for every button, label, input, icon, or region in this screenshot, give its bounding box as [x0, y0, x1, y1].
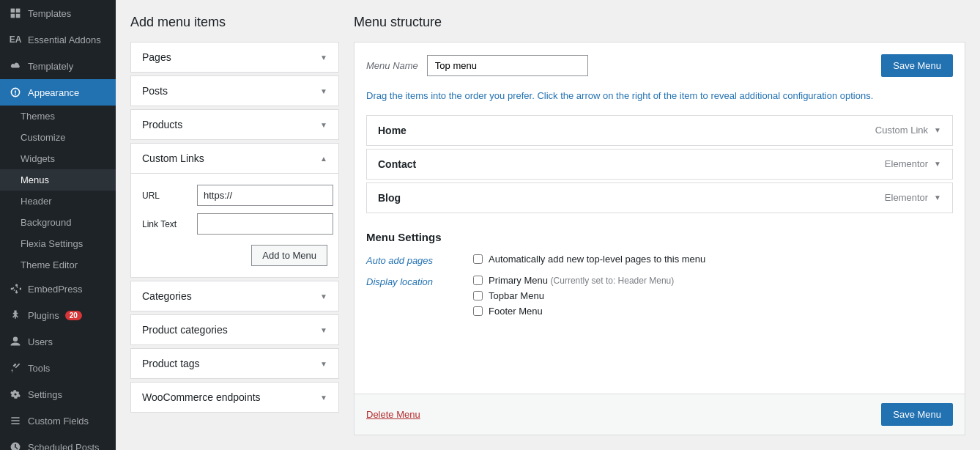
menu-item-blog: Blog Elementor ▼: [366, 182, 953, 213]
sidebar-item-plugins[interactable]: Plugins 20: [0, 302, 116, 328]
accordion-categories-header[interactable]: Categories ▼: [131, 281, 338, 311]
settings-icon: [9, 388, 22, 401]
sidebar-item-templates[interactable]: Templates: [0, 0, 116, 26]
accordion-label: Products: [142, 119, 182, 130]
accordion-products-header[interactable]: Products ▼: [131, 110, 338, 139]
accordion-label: Categories: [142, 290, 192, 302]
add-to-menu-button[interactable]: Add to Menu: [251, 245, 327, 266]
subitem-label: Header: [21, 196, 52, 207]
sidebar-sub-flexia[interactable]: Flexia Settings: [0, 233, 116, 254]
sidebar-item-label: EmbedPress: [28, 284, 82, 295]
accordion-pages: Pages ▼: [130, 42, 339, 73]
topbar-menu-label: Topbar Menu: [489, 290, 544, 301]
chevron-down-icon: ▼: [320, 360, 327, 368]
accordion-products: Products ▼: [130, 109, 339, 140]
users-icon: [9, 335, 22, 348]
primary-menu-row: Primary Menu (Currently set to: Header M…: [473, 275, 674, 286]
chevron-down-icon: ▼: [320, 292, 327, 300]
chevron-down-icon[interactable]: ▼: [934, 193, 941, 202]
footer-bar: Delete Menu Save Menu: [354, 394, 965, 435]
footer-menu-checkbox[interactable]: [473, 306, 483, 316]
menu-item-name: Blog: [378, 192, 401, 204]
accordion-custom-links: Custom Links ▲ URL Link Text Add to Menu: [130, 143, 339, 278]
accordion-product-tags-header[interactable]: Product tags ▼: [131, 349, 338, 378]
accordion-label: Custom Links: [142, 152, 204, 164]
auto-add-content: Automatically add new top-level pages to…: [473, 254, 705, 265]
sidebar-item-label: Tools: [28, 363, 50, 374]
sidebar-item-appearance[interactable]: Appearance: [0, 79, 116, 106]
sidebar-item-essential-addons[interactable]: EA Essential Addons: [0, 26, 116, 53]
sidebar-sub-header[interactable]: Header: [0, 191, 116, 212]
subitem-label: Customize: [21, 132, 65, 143]
url-label: URL: [142, 191, 190, 201]
instruction-text: Drag the items into the order you prefer…: [366, 89, 953, 103]
menu-item-home: Home Custom Link ▼: [366, 115, 953, 146]
sidebar-item-users[interactable]: Users: [0, 328, 116, 355]
chevron-up-icon: ▲: [320, 155, 327, 163]
location-options: Primary Menu (Currently set to: Header M…: [473, 275, 674, 317]
sidebar-item-custom-fields[interactable]: Custom Fields: [0, 407, 116, 434]
url-row: URL: [142, 185, 327, 206]
accordion-categories: Categories ▼: [130, 281, 339, 311]
clock-icon: [9, 440, 22, 450]
sidebar-sub-background[interactable]: Background: [0, 212, 116, 233]
sidebar-sub-customize[interactable]: Customize: [0, 127, 116, 148]
accordion-product-categories-header[interactable]: Product categories ▼: [131, 315, 338, 344]
topbar-menu-row: Topbar Menu: [473, 290, 674, 301]
accordion-pages-header[interactable]: Pages ▼: [131, 43, 338, 72]
accordion-product-tags: Product tags ▼: [130, 348, 339, 379]
chevron-down-icon: ▼: [320, 54, 327, 62]
menu-item-type-area: Elementor ▼: [885, 192, 941, 203]
save-menu-button-top[interactable]: Save Menu: [881, 54, 953, 77]
menu-item-type: Custom Link: [875, 125, 928, 136]
menu-name-input[interactable]: [427, 55, 588, 76]
accordion-label: Pages: [142, 51, 171, 63]
sidebar-item-tools[interactable]: Tools: [0, 355, 116, 381]
sidebar-sub-widgets[interactable]: Widgets: [0, 148, 116, 169]
tools-icon: [9, 361, 22, 375]
primary-menu-checkbox[interactable]: [473, 276, 483, 285]
sidebar-item-settings[interactable]: Settings: [0, 381, 116, 407]
link-text-row: Link Text: [142, 213, 327, 235]
svg-rect-1: [16, 9, 21, 13]
save-menu-button-bottom[interactable]: Save Menu: [881, 403, 953, 426]
menu-name-row: Menu Name Save Menu: [366, 54, 953, 77]
sidebar-item-scheduled-posts[interactable]: Scheduled Posts: [0, 434, 116, 450]
chevron-down-icon[interactable]: ▼: [934, 126, 941, 134]
topbar-menu-checkbox[interactable]: [473, 291, 483, 300]
sidebar-item-embedpress[interactable]: EmbedPress: [0, 276, 116, 302]
accordion-posts-header[interactable]: Posts ▼: [131, 76, 338, 106]
display-location-row: Display location Primary Menu (Currently…: [366, 275, 953, 317]
sidebar-item-templately[interactable]: Templately: [0, 53, 116, 79]
auto-add-checkbox-label: Automatically add new top-level pages to…: [489, 254, 705, 265]
subitem-label: Theme Editor: [21, 259, 78, 270]
link-text-label: Link Text: [142, 219, 190, 229]
link-text-input[interactable]: [197, 213, 333, 235]
svg-rect-0: [11, 9, 15, 13]
sidebar-item-label: Essential Addons: [28, 34, 101, 45]
embed-icon: [9, 282, 22, 295]
sidebar-sub-theme-editor[interactable]: Theme Editor: [0, 254, 116, 276]
accordion-woo-endpoints-header[interactable]: WooCommerce endpoints ▼: [131, 383, 338, 412]
sidebar-sub-menus[interactable]: Menus: [0, 169, 116, 191]
sidebar: Templates EA Essential Addons Templately…: [0, 0, 116, 450]
auto-add-checkbox[interactable]: [473, 254, 483, 264]
plugin-icon: [9, 309, 22, 322]
chevron-down-icon[interactable]: ▼: [934, 160, 941, 168]
chevron-down-icon: ▼: [320, 394, 327, 402]
accordion-posts: Posts ▼: [130, 75, 339, 106]
content-area: Add menu items Pages ▼ Posts ▼ Products: [116, 0, 980, 450]
url-input[interactable]: [197, 185, 333, 206]
chevron-down-icon: ▼: [320, 121, 327, 129]
settings-title: Menu Settings: [366, 231, 953, 243]
section-title: Menu structure: [354, 15, 965, 30]
accordion-label: WooCommerce endpoints: [142, 391, 261, 403]
grid-icon: [9, 7, 22, 20]
delete-menu-link[interactable]: Delete Menu: [366, 409, 420, 420]
accordion-custom-links-header[interactable]: Custom Links ▲: [131, 144, 338, 173]
sidebar-item-label: Appearance: [28, 87, 79, 98]
sidebar-sub-themes[interactable]: Themes: [0, 106, 116, 127]
main-content: Add menu items Pages ▼ Posts ▼ Products: [116, 0, 980, 450]
ea-icon: EA: [9, 33, 22, 46]
menu-panel: Menu Name Save Menu Drag the items into …: [354, 42, 965, 435]
